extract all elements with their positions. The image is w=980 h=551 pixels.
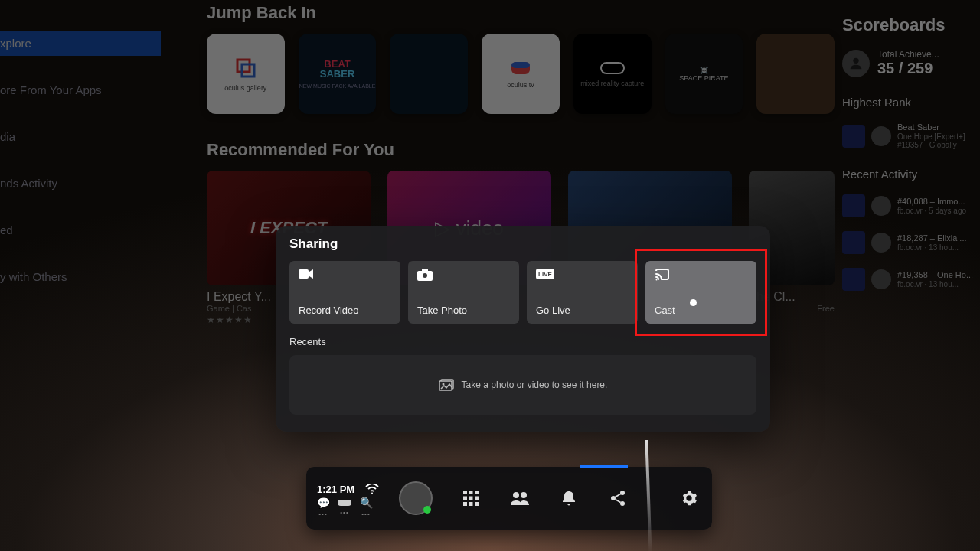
tile-app-3[interactable] xyxy=(390,34,468,114)
share-button[interactable] xyxy=(607,487,629,509)
sharing-modal: Sharing Record Video Take Photo LIVE Go … xyxy=(276,226,770,432)
sidebar-item-media[interactable]: dia xyxy=(0,124,161,149)
chat-shortcut[interactable]: 💬••• xyxy=(317,501,329,514)
game-thumb-icon xyxy=(842,268,865,291)
highest-rank-item[interactable]: Beat Saber One Hope [Expert+] #19357 · G… xyxy=(842,122,980,149)
wifi-icon xyxy=(365,484,379,494)
svg-rect-21 xyxy=(463,497,467,500)
sidebar-item-with-others[interactable]: y with Others xyxy=(0,264,161,289)
system-dock: 1:21 PM 💬••• ••• 🔍••• xyxy=(306,467,712,530)
svg-point-30 xyxy=(611,496,616,500)
recents-empty: Take a photo or video to see it here. xyxy=(289,355,756,415)
svg-point-12 xyxy=(656,279,658,281)
svg-text:LIVE: LIVE xyxy=(538,271,552,278)
media-icon xyxy=(439,379,454,391)
clock: 1:21 PM xyxy=(317,484,354,495)
svg-point-27 xyxy=(513,492,519,498)
tile-oculus-tv[interactable]: oculus tv xyxy=(482,34,560,114)
recent-item[interactable]: #40,088 – Immo...fb.oc.vr · 5 days ago xyxy=(842,194,980,217)
sidebar-item-explore[interactable]: xplore xyxy=(0,31,161,56)
recents-title: Recents xyxy=(289,336,756,347)
svg-rect-6 xyxy=(299,269,309,279)
record-video-button[interactable]: Record Video xyxy=(289,261,400,324)
sidebar-item-friends-activity[interactable]: nds Activity xyxy=(0,171,161,196)
tile-space-pirate[interactable]: ☠️SPACE PIRATE xyxy=(665,34,743,114)
tile-oculus-gallery[interactable]: oculus gallery xyxy=(207,34,285,114)
apps-button[interactable] xyxy=(460,487,482,509)
live-icon: LIVE xyxy=(536,269,629,279)
jump-back-tiles: oculus gallery BEATSABER NEW MUSIC PACK … xyxy=(207,34,835,114)
svg-rect-1 xyxy=(242,64,254,77)
sidebar-item-from-apps[interactable]: ore From Your Apps xyxy=(0,77,161,103)
avatar-icon xyxy=(842,50,870,77)
game-thumb-icon xyxy=(842,125,865,148)
tile-app-7[interactable] xyxy=(756,34,835,114)
svg-rect-22 xyxy=(469,497,473,500)
svg-rect-0 xyxy=(237,60,250,72)
highlight-annotation xyxy=(635,249,767,336)
svg-rect-26 xyxy=(475,502,479,506)
section-recommended-title: Recommended For You xyxy=(207,140,835,160)
svg-point-29 xyxy=(620,491,625,495)
cast-icon xyxy=(655,269,747,281)
svg-rect-23 xyxy=(475,497,479,500)
svg-rect-20 xyxy=(475,491,479,494)
avatar-icon xyxy=(871,233,891,253)
recent-item[interactable]: #18,287 – Elixia ...fb.oc.vr · 13 hou... xyxy=(842,231,980,254)
svg-rect-8 xyxy=(422,269,428,272)
svg-rect-18 xyxy=(463,491,467,494)
scoreboard-panel: Scoreboards Total Achieve... 35 / 259 Hi… xyxy=(842,15,980,291)
svg-point-28 xyxy=(521,492,527,498)
search-shortcut[interactable]: 🔍••• xyxy=(360,501,372,514)
pointer-cursor xyxy=(690,299,697,306)
go-live-button[interactable]: LIVE Go Live xyxy=(527,261,638,324)
profile-button[interactable] xyxy=(399,481,433,515)
svg-point-31 xyxy=(620,501,625,506)
tile-mixed-reality-capture[interactable]: mixed reality capture xyxy=(573,34,652,114)
game-thumb-icon xyxy=(842,231,865,254)
recent-item[interactable]: #19,358 – One Ho...fb.oc.vr · 13 hou... xyxy=(842,268,980,291)
svg-rect-25 xyxy=(469,502,473,506)
settings-button[interactable] xyxy=(678,487,700,509)
section-jump-back-title: Jump Back In xyxy=(207,3,835,23)
achievements-row[interactable]: Total Achieve... 35 / 259 xyxy=(842,49,980,77)
svg-rect-17 xyxy=(338,500,351,506)
headset-shortcut[interactable]: ••• xyxy=(338,501,351,514)
tile-beat-saber[interactable]: BEATSABER NEW MUSIC PACK AVAILABLE xyxy=(299,34,377,114)
game-thumb-icon xyxy=(842,194,865,217)
svg-point-9 xyxy=(423,273,427,278)
scoreboard-title: Scoreboards xyxy=(842,15,980,35)
avatar-icon xyxy=(871,269,891,289)
camera-icon xyxy=(417,269,510,281)
sidebar-item-feed[interactable]: ed xyxy=(0,217,161,243)
sharing-title: Sharing xyxy=(289,236,756,252)
highest-rank-label: Highest Rank xyxy=(842,96,980,109)
sidebar: xplore ore From Your Apps dia nds Activi… xyxy=(0,0,161,289)
record-icon xyxy=(299,269,391,279)
svg-rect-19 xyxy=(469,491,473,494)
people-button[interactable] xyxy=(509,487,531,509)
take-photo-button[interactable]: Take Photo xyxy=(408,261,519,324)
svg-point-5 xyxy=(853,57,858,63)
recent-activity-label: Recent Activity xyxy=(842,168,980,181)
svg-rect-4 xyxy=(601,63,624,73)
avatar-icon xyxy=(871,196,891,216)
active-indicator xyxy=(580,465,628,468)
avatar-icon xyxy=(871,126,891,146)
notifications-button[interactable] xyxy=(558,487,580,509)
svg-point-16 xyxy=(371,493,373,494)
svg-rect-3 xyxy=(511,62,530,68)
cast-button[interactable]: Cast xyxy=(645,261,756,324)
svg-rect-24 xyxy=(463,502,467,506)
